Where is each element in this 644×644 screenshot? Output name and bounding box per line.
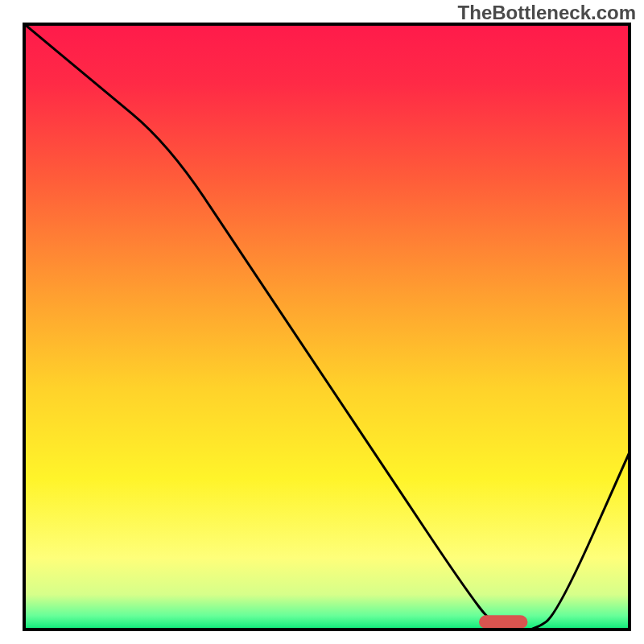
axis-top [23, 23, 631, 26]
optimum-marker [479, 615, 527, 629]
plot-area [23, 23, 631, 631]
chart-wrapper: TheBottleneck.com [0, 0, 644, 644]
watermark-text: TheBottleneck.com [458, 2, 636, 24]
gradient-backdrop [23, 23, 631, 631]
chart-svg [23, 23, 631, 631]
axis-left [23, 23, 26, 631]
axis-bottom [23, 628, 631, 631]
axis-right [628, 23, 631, 631]
